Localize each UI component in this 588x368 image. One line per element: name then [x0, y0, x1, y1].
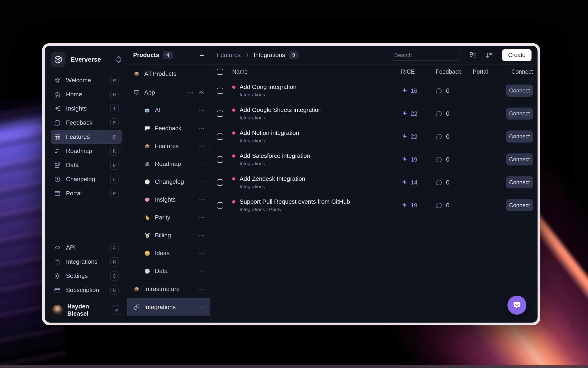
main-content: Features Integrations 9 Create	[211, 46, 537, 322]
product-item-feedback[interactable]: Feedback	[127, 119, 210, 137]
sidebar-item-portal[interactable]: Portal P	[51, 186, 122, 201]
gear-icon	[54, 273, 61, 279]
product-menu-dots-icon[interactable]	[187, 92, 193, 93]
desktop: Eververse Welcome W	[0, 0, 588, 368]
chat-bubble-smile-icon	[512, 300, 522, 310]
table-row[interactable]: Add Zendesk Integration Integrations 14 …	[211, 171, 537, 194]
product-item-billing[interactable]: Billing	[127, 226, 210, 244]
sort-descending-icon[interactable]	[485, 51, 493, 59]
product-menu-dots-icon[interactable]	[198, 199, 204, 201]
product-menu-dots-icon[interactable]	[198, 252, 204, 254]
connect-button[interactable]: Connect	[506, 153, 533, 166]
add-product-button[interactable]: +	[200, 51, 204, 59]
product-menu-dots-icon[interactable]	[198, 288, 204, 290]
collapse-sidebar-button[interactable]: «	[112, 305, 121, 315]
product-item-ideas[interactable]: Ideas	[127, 244, 210, 262]
shortcut-badge: C	[110, 175, 119, 184]
sidebar-item-home[interactable]: Home H	[51, 87, 122, 101]
product-item-parity[interactable]: Parity	[127, 209, 210, 226]
package-emoji	[133, 71, 140, 77]
star-icon	[54, 77, 61, 84]
product-menu-dots-icon[interactable]	[198, 270, 204, 272]
table-row[interactable]: Add Salesforce integration Integrations …	[211, 148, 537, 171]
row-checkbox[interactable]	[217, 179, 223, 186]
shortcut-badge: A	[110, 243, 119, 252]
comment-icon	[436, 179, 442, 186]
sidebar-item-welcome[interactable]: Welcome W	[51, 73, 122, 87]
connect-button[interactable]: Connect	[506, 199, 533, 211]
avatar	[52, 305, 63, 315]
table-row[interactable]: Add Notion integration Integrations 22 0…	[211, 125, 537, 148]
sidebar-item-changelog[interactable]: Changelog C	[51, 172, 122, 186]
sidebar-item-settings[interactable]: Settings S	[51, 269, 122, 283]
row-checkbox[interactable]	[217, 88, 223, 94]
product-item-data[interactable]: Data	[127, 262, 210, 280]
product-menu-dots-icon[interactable]	[198, 145, 204, 147]
connect-button[interactable]: Connect	[506, 130, 533, 143]
workspace-selector-chevrons-icon[interactable]	[116, 56, 122, 63]
product-menu-dots-icon[interactable]	[198, 181, 204, 183]
table-row[interactable]: Add Google Sheets integration Integratio…	[211, 102, 537, 125]
clock-emoji	[144, 179, 151, 185]
feedback-count: 0	[446, 133, 449, 140]
user-menu[interactable]: Hayden Bleasel «	[51, 304, 122, 317]
rice-score: 22	[411, 133, 417, 140]
product-menu-dots-icon[interactable]	[198, 163, 204, 165]
product-item-infrastructure[interactable]: Infrastructure	[127, 280, 210, 298]
comment-icon	[436, 110, 442, 117]
code-icon	[54, 244, 61, 251]
sparkles-icon	[54, 105, 61, 112]
product-menu-dots-icon[interactable]	[198, 306, 204, 308]
shortcut-badge: I	[110, 104, 119, 113]
product-item-insights[interactable]: Insights	[127, 191, 210, 209]
product-item-ai[interactable]: AI	[127, 101, 210, 119]
product-item-all-products[interactable]: All Products	[127, 64, 210, 83]
sidebar-item-data[interactable]: Data D	[51, 158, 122, 172]
breadcrumb-parent[interactable]: Features	[217, 51, 241, 59]
sidebar-item-insights[interactable]: Insights I	[51, 101, 122, 116]
breadcrumb-count-badge: 9	[289, 51, 298, 59]
product-menu-dots-icon[interactable]	[198, 217, 204, 219]
chat-widget-button[interactable]	[508, 296, 527, 315]
product-item-roadmap[interactable]: Roadmap	[127, 155, 210, 173]
sidebar-item-roadmap[interactable]: Roadmap R	[51, 144, 122, 158]
product-item-changelog[interactable]: Changelog	[127, 173, 210, 191]
workspace-switcher[interactable]: Eververse	[51, 52, 122, 67]
sidebar-item-api[interactable]: API A	[51, 240, 122, 255]
select-all-checkbox[interactable]	[217, 69, 223, 75]
product-item-app[interactable]: App	[127, 83, 210, 101]
connect-button[interactable]: Connect	[506, 108, 533, 120]
row-checkbox[interactable]	[217, 156, 223, 163]
connect-button[interactable]: Connect	[506, 176, 533, 188]
row-checkbox[interactable]	[217, 110, 223, 117]
main-header: Features Integrations 9 Create	[211, 46, 537, 64]
feature-subtitle: Integrations	[240, 138, 299, 143]
table-row[interactable]: Add Gong integration Integrations 16 0 C…	[211, 79, 537, 102]
create-button[interactable]: Create	[502, 49, 532, 61]
desktop-computer-emoji	[133, 90, 140, 96]
sidebar-item-features[interactable]: Features E	[51, 130, 122, 144]
chevron-up-icon[interactable]	[198, 91, 204, 94]
row-checkbox[interactable]	[217, 133, 223, 140]
column-header-name: Name	[232, 68, 401, 75]
product-item-integrations-selected[interactable]: Integrations	[127, 298, 210, 316]
feature-title: Add Google Sheets integration	[240, 107, 322, 114]
product-item-features[interactable]: Features	[127, 137, 210, 155]
header-actions: Create	[390, 49, 532, 61]
row-checkbox[interactable]	[217, 202, 223, 209]
products-count-badge: 4	[163, 51, 173, 59]
sidebar-item-integrations[interactable]: Integrations N	[51, 255, 122, 269]
product-menu-dots-icon[interactable]	[198, 110, 204, 111]
wallpaper-bottom-strip	[0, 365, 588, 368]
sparkle-icon	[401, 87, 408, 94]
view-options-icon[interactable]	[469, 51, 477, 59]
status-dot	[232, 154, 236, 157]
sidebar-item-feedback[interactable]: Feedback F	[51, 116, 122, 130]
product-menu-dots-icon[interactable]	[198, 128, 204, 129]
product-menu-dots-icon[interactable]	[198, 235, 204, 236]
connect-button[interactable]: Connect	[506, 85, 533, 97]
sidebar-item-subscription[interactable]: Subscription U	[51, 283, 122, 297]
search-input[interactable]	[390, 50, 460, 61]
shortcut-badge: H	[110, 90, 119, 99]
table-row[interactable]: Support Pull Request events from GitHub …	[211, 194, 537, 217]
